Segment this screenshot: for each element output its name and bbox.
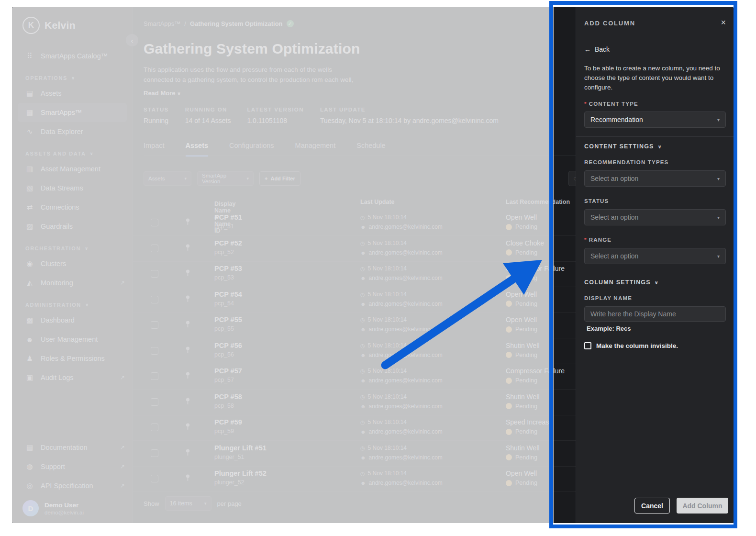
- screenshot-canvas: K Kelvin ⠿ SmartApps Catalog™ OPERATIONS…: [0, 0, 756, 536]
- highlight-border: [549, 1, 737, 528]
- pointer-arrow: [373, 249, 550, 373]
